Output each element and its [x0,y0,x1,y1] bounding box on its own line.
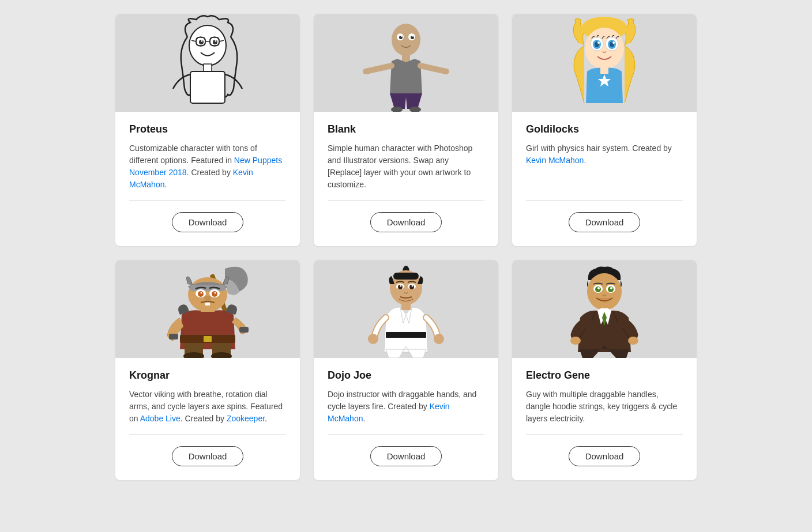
card-body-electro: Electro Gene Guy with multiple draggable… [512,358,697,480]
page: Proteus Customizable character with tons… [0,0,812,532]
svg-point-70 [368,334,378,344]
link-zookeeper[interactable]: Zookeeper [227,414,265,423]
svg-point-82 [628,337,638,345]
svg-rect-13 [190,71,225,103]
card-desc-proteus: Customizable character with tons of diff… [129,142,286,191]
download-button-dojo[interactable]: Download [370,446,442,466]
card-body-proteus: Proteus Customizable character with tons… [115,112,300,246]
puppet-grid: Proteus Customizable character with tons… [115,14,697,480]
card-desc-goldilocks: Girl with physics hair system. Created b… [526,142,683,191]
btn-row-blank: Download [328,212,484,232]
svg-point-6 [215,40,217,42]
card-desc-blank: Simple human character with Photoshop an… [328,142,484,191]
puppet-krognar-illustration [115,260,300,358]
puppet-dojo-illustration [314,260,498,358]
btn-row-krognar: Download [129,446,286,466]
svg-line-24 [366,66,392,71]
svg-point-77 [597,287,600,289]
svg-point-5 [201,40,203,42]
link-kevin-mcmahon-2[interactable]: Kevin McMahon [526,156,584,165]
svg-rect-37 [600,66,608,74]
download-button-blank[interactable]: Download [370,212,442,232]
svg-point-52 [201,292,202,294]
card-image-electro [512,260,697,358]
card-image-blank [314,14,498,112]
card-blank: Blank Simple human character with Photos… [314,14,498,246]
card-title-goldilocks: Goldilocks [526,123,683,135]
svg-point-72 [587,273,622,310]
card-title-proteus: Proteus [129,123,286,135]
svg-point-67 [412,285,413,287]
btn-row-dojo: Download [328,446,484,466]
svg-point-50 [198,291,204,297]
svg-rect-69 [401,303,411,310]
card-image-krognar [115,260,300,358]
svg-point-54 [204,296,211,301]
download-button-goldilocks[interactable]: Download [569,212,641,232]
card-electro: Electro Gene Guy with multiple draggable… [512,260,697,480]
svg-point-19 [401,36,402,37]
link-adobe-live[interactable]: Adobe Live [140,414,181,423]
card-image-dojo [314,260,498,358]
svg-point-0 [189,25,226,66]
card-title-blank: Blank [328,123,484,135]
svg-point-14 [392,24,420,56]
card-body-dojo: Dojo Joe Dojo instructor with draggable … [314,358,498,480]
svg-point-20 [412,36,413,37]
svg-rect-57 [239,327,249,333]
divider-proteus [129,200,286,201]
svg-point-35 [612,41,615,44]
puppet-electro-illustration [512,260,697,358]
card-image-proteus [115,14,300,112]
card-desc-dojo: Dojo instructor with draggable hands, an… [328,388,484,425]
card-body-goldilocks: Goldilocks Girl with physics hair system… [512,112,697,246]
svg-point-81 [570,337,581,345]
divider-krognar [129,434,286,435]
puppet-blank-illustration [314,14,498,112]
card-body-krognar: Krognar Vector viking with breathe, rota… [115,358,300,480]
link-new-puppets[interactable]: New Puppets November 2018. [129,156,282,177]
svg-point-18 [411,36,414,39]
svg-point-51 [212,291,217,297]
btn-row-proteus: Download [129,212,286,232]
card-title-krognar: Krognar [129,369,286,382]
card-title-dojo: Dojo Joe [328,369,484,382]
download-button-proteus[interactable]: Download [172,212,244,232]
svg-point-27 [585,28,624,69]
svg-rect-56 [169,334,178,339]
card-goldilocks: Goldilocks Girl with physics hair system… [512,14,697,246]
divider-dojo [328,434,484,435]
card-desc-electro: Guy with multiple draggable handles, dan… [526,388,683,425]
svg-point-17 [399,36,403,39]
svg-rect-55 [205,303,210,305]
svg-point-34 [597,41,600,44]
btn-row-goldilocks: Download [526,212,683,232]
svg-point-78 [610,287,612,289]
divider-blank [328,200,484,201]
svg-rect-61 [393,273,419,280]
link-kevin-mcmahon-3[interactable]: Kevin McMahon [328,402,450,423]
card-title-electro: Electro Gene [526,369,683,382]
svg-rect-68 [386,332,426,338]
svg-line-25 [420,66,446,71]
svg-point-53 [215,292,216,294]
download-button-electro[interactable]: Download [569,446,641,466]
divider-electro [526,434,683,435]
puppet-proteus-illustration [115,14,300,112]
svg-point-71 [434,334,444,344]
btn-row-electro: Download [526,446,683,466]
puppet-goldilocks-illustration [512,14,697,112]
card-proteus: Proteus Customizable character with tons… [115,14,300,246]
card-image-goldilocks [512,14,697,112]
card-body-blank: Blank Simple human character with Photos… [314,112,498,246]
svg-rect-40 [204,336,212,342]
svg-rect-21 [402,54,410,62]
card-desc-krognar: Vector viking with breathe, rotation dia… [129,388,286,425]
download-button-krognar[interactable]: Download [172,446,244,466]
card-krognar: Krognar Vector viking with breathe, rota… [115,260,300,480]
divider-goldilocks [526,200,683,201]
card-dojo: Dojo Joe Dojo instructor with draggable … [314,260,498,480]
svg-point-66 [400,285,402,287]
